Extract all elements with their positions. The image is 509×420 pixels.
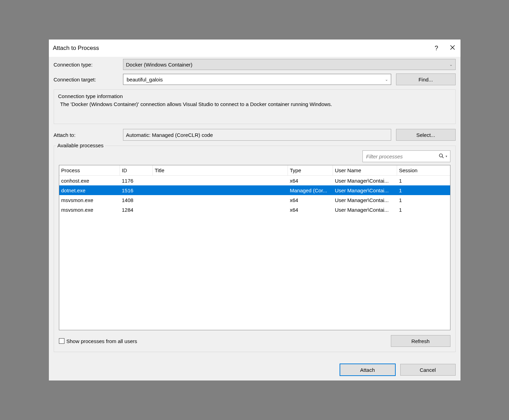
cell-id: 1408 [120, 196, 153, 204]
col-session[interactable]: Session [397, 165, 450, 175]
col-id[interactable]: ID [120, 165, 153, 175]
table-row[interactable]: msvsmon.exe1284x64User Manager\Contai...… [59, 205, 450, 215]
attach-to-process-dialog: Attach to Process ? Connection type: Doc… [49, 39, 461, 381]
cell-user: User Manager\Contai... [333, 196, 397, 204]
svg-line-3 [442, 157, 444, 158]
cell-id: 1284 [120, 206, 153, 213]
cell-session: 1 [397, 177, 450, 184]
select-button[interactable]: Select... [396, 129, 456, 141]
connection-type-label: Connection type: [54, 62, 123, 68]
cell-user: User Manager\Contai... [333, 187, 397, 194]
attach-button[interactable]: Attach [340, 364, 395, 376]
table-row[interactable]: conhost.exe1176x64User Manager\Contai...… [59, 176, 450, 185]
table-row[interactable]: msvsmon.exe1408x64User Manager\Contai...… [59, 195, 450, 205]
col-title[interactable]: Title [153, 165, 288, 175]
available-processes-group: Available processes ▾ Process ID T [54, 146, 456, 352]
find-button[interactable]: Find... [396, 73, 456, 85]
col-process[interactable]: Process [59, 165, 120, 175]
col-user[interactable]: User Name [333, 165, 397, 175]
window-title: Attach to Process [53, 45, 99, 52]
attach-to-label: Attach to: [54, 132, 123, 138]
svg-point-2 [439, 154, 442, 157]
chevron-down-icon: ⌄ [449, 62, 453, 67]
cell-user: User Manager\Contai... [333, 177, 397, 184]
connection-type-dropdown[interactable]: Docker (Windows Container) ⌄ [123, 59, 456, 70]
table-row[interactable]: dotnet.exe1516Managed (Cor...User Manage… [59, 185, 450, 195]
cell-type: x64 [288, 206, 333, 213]
cell-id: 1176 [120, 177, 153, 184]
refresh-button[interactable]: Refresh [391, 335, 450, 347]
cell-type: x64 [288, 177, 333, 184]
cell-title [153, 199, 288, 201]
connection-target-combo[interactable]: ⌄ [123, 74, 391, 85]
cell-title [153, 209, 288, 210]
cell-process: msvsmon.exe [59, 196, 120, 204]
search-icon[interactable] [439, 153, 444, 160]
chevron-down-icon[interactable]: ⌄ [385, 77, 388, 82]
attach-to-value: Automatic: Managed (CoreCLR) code [123, 129, 391, 141]
cancel-button[interactable]: Cancel [400, 364, 456, 376]
cell-session: 1 [397, 196, 450, 204]
show-all-users-label: Show processes from all users [67, 338, 137, 344]
connection-info-group: Connection type information The 'Docker … [54, 89, 456, 124]
close-icon [450, 45, 455, 52]
process-grid[interactable]: Process ID Title Type User Name Session … [59, 165, 450, 330]
show-all-users-checkbox[interactable]: Show processes from all users [59, 338, 137, 344]
cell-process: msvsmon.exe [59, 206, 120, 213]
cell-title [153, 180, 288, 181]
cell-user: User Manager\Contai... [333, 206, 397, 213]
close-button[interactable] [445, 40, 460, 57]
checkbox-box [59, 338, 64, 344]
filter-options-dropdown[interactable]: ▾ [446, 155, 447, 158]
cell-title [153, 190, 288, 191]
available-processes-label: Available processes [56, 142, 105, 148]
cell-process: dotnet.exe [59, 187, 120, 194]
filter-processes-box[interactable]: ▾ [362, 150, 450, 162]
help-button[interactable]: ? [429, 40, 445, 57]
col-type[interactable]: Type [288, 165, 333, 175]
cell-session: 1 [397, 187, 450, 194]
cell-process: conhost.exe [59, 177, 120, 184]
cell-type: Managed (Cor... [288, 187, 333, 194]
connection-target-label: Connection target: [54, 77, 123, 82]
filter-processes-input[interactable] [366, 153, 439, 160]
titlebar: Attach to Process ? [49, 40, 460, 57]
grid-header: Process ID Title Type User Name Session [59, 165, 450, 176]
connection-info-text: The 'Docker (Windows Container)' connect… [58, 101, 451, 107]
cell-id: 1516 [120, 187, 153, 194]
connection-type-value: Docker (Windows Container) [126, 62, 193, 68]
cell-type: x64 [288, 196, 333, 204]
cell-session: 1 [397, 206, 450, 213]
connection-info-title: Connection type information [58, 93, 451, 101]
connection-target-input[interactable] [126, 76, 388, 83]
